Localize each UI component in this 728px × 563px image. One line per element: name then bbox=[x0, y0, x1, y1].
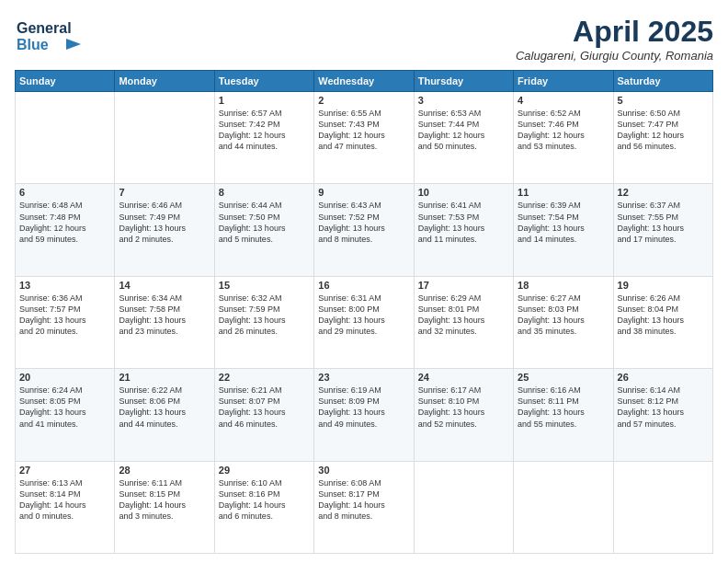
cell-content: Daylight: 12 hours bbox=[418, 130, 509, 141]
calendar-week-4: 20Sunrise: 6:24 AMSunset: 8:05 PMDayligh… bbox=[16, 369, 713, 461]
day-number: 3 bbox=[418, 95, 509, 106]
cell-content: Sunset: 7:44 PM bbox=[418, 119, 509, 130]
cell-content: Sunset: 8:01 PM bbox=[418, 304, 509, 315]
cell-content: Sunrise: 6:19 AM bbox=[318, 385, 409, 396]
cell-content: and 8 minutes. bbox=[318, 234, 409, 245]
day-number: 20 bbox=[19, 372, 110, 383]
calendar-cell: 19Sunrise: 6:26 AMSunset: 8:04 PMDayligh… bbox=[613, 276, 712, 368]
calendar-cell bbox=[115, 92, 214, 184]
cell-content: Daylight: 13 hours bbox=[119, 315, 210, 326]
day-number: 10 bbox=[418, 187, 509, 198]
cell-content: and 52 minutes. bbox=[418, 419, 509, 430]
cell-content: Daylight: 13 hours bbox=[518, 407, 609, 418]
cell-content: Sunrise: 6:17 AM bbox=[418, 385, 509, 396]
cell-content: Sunset: 8:10 PM bbox=[418, 396, 509, 407]
cell-content: Daylight: 12 hours bbox=[318, 130, 409, 141]
cell-content: and 26 minutes. bbox=[219, 326, 310, 337]
page: General Blue April 2025 Calugareni, Giur… bbox=[0, 0, 728, 563]
cell-content: Sunset: 8:11 PM bbox=[518, 396, 609, 407]
calendar-header-monday: Monday bbox=[115, 71, 214, 92]
calendar-week-2: 6Sunrise: 6:48 AMSunset: 7:48 PMDaylight… bbox=[16, 184, 713, 276]
calendar-cell: 27Sunrise: 6:13 AMSunset: 8:14 PMDayligh… bbox=[16, 461, 115, 553]
cell-content: Daylight: 13 hours bbox=[318, 407, 409, 418]
svg-marker-2 bbox=[66, 39, 81, 50]
calendar-week-5: 27Sunrise: 6:13 AMSunset: 8:14 PMDayligh… bbox=[16, 461, 713, 553]
cell-content: Sunset: 8:03 PM bbox=[518, 304, 609, 315]
cell-content: and 50 minutes. bbox=[418, 141, 509, 152]
cell-content: Sunset: 8:16 PM bbox=[219, 488, 310, 500]
cell-content: Sunrise: 6:41 AM bbox=[418, 200, 509, 211]
cell-content: and 23 minutes. bbox=[119, 326, 210, 337]
calendar-cell bbox=[16, 92, 115, 184]
cell-content: Sunset: 8:04 PM bbox=[618, 304, 709, 315]
calendar-cell: 12Sunrise: 6:37 AMSunset: 7:55 PMDayligh… bbox=[613, 184, 712, 276]
calendar-week-3: 13Sunrise: 6:36 AMSunset: 7:57 PMDayligh… bbox=[16, 276, 713, 368]
calendar-header-sunday: Sunday bbox=[16, 71, 115, 92]
day-number: 2 bbox=[318, 95, 409, 106]
cell-content: Daylight: 13 hours bbox=[318, 223, 409, 234]
calendar-cell: 20Sunrise: 6:24 AMSunset: 8:05 PMDayligh… bbox=[16, 369, 115, 461]
cell-content: Sunrise: 6:26 AM bbox=[618, 293, 709, 304]
calendar-cell: 14Sunrise: 6:34 AMSunset: 7:58 PMDayligh… bbox=[115, 276, 214, 368]
calendar-header-wednesday: Wednesday bbox=[314, 71, 414, 92]
cell-content: and 59 minutes. bbox=[19, 234, 110, 245]
calendar-cell: 8Sunrise: 6:44 AMSunset: 7:50 PMDaylight… bbox=[214, 184, 313, 276]
cell-content: and 41 minutes. bbox=[19, 419, 110, 430]
calendar-cell: 30Sunrise: 6:08 AMSunset: 8:17 PMDayligh… bbox=[314, 461, 414, 553]
cell-content: Sunset: 8:17 PM bbox=[318, 488, 409, 500]
cell-content: and 55 minutes. bbox=[518, 419, 609, 430]
cell-content: and 17 minutes. bbox=[618, 234, 709, 245]
logo: General Blue bbox=[15, 15, 97, 56]
cell-content: Daylight: 13 hours bbox=[618, 315, 709, 326]
calendar-cell: 2Sunrise: 6:55 AMSunset: 7:43 PMDaylight… bbox=[314, 92, 414, 184]
cell-content: Sunrise: 6:57 AM bbox=[219, 108, 310, 119]
cell-content: and 5 minutes. bbox=[219, 234, 310, 245]
cell-content: Sunrise: 6:29 AM bbox=[418, 293, 509, 304]
cell-content: Daylight: 13 hours bbox=[518, 223, 609, 234]
calendar-cell: 6Sunrise: 6:48 AMSunset: 7:48 PMDaylight… bbox=[16, 184, 115, 276]
svg-text:General: General bbox=[17, 20, 72, 36]
location: Calugareni, Giurgiu County, Romania bbox=[516, 49, 713, 63]
calendar-header-tuesday: Tuesday bbox=[214, 71, 313, 92]
cell-content: Sunrise: 6:11 AM bbox=[119, 477, 210, 488]
cell-content: Sunrise: 6:08 AM bbox=[318, 477, 409, 488]
cell-content: and 44 minutes. bbox=[119, 419, 210, 430]
cell-content: Sunrise: 6:44 AM bbox=[219, 200, 310, 211]
month-title: April 2025 bbox=[516, 15, 713, 49]
cell-content: Sunrise: 6:14 AM bbox=[618, 385, 709, 396]
cell-content: Daylight: 13 hours bbox=[518, 315, 609, 326]
calendar-cell: 29Sunrise: 6:10 AMSunset: 8:16 PMDayligh… bbox=[214, 461, 313, 553]
cell-content: Daylight: 13 hours bbox=[19, 315, 110, 326]
cell-content: Sunset: 8:14 PM bbox=[19, 488, 110, 500]
cell-content: Sunrise: 6:16 AM bbox=[518, 385, 609, 396]
cell-content: Sunrise: 6:53 AM bbox=[418, 108, 509, 119]
cell-content: Daylight: 13 hours bbox=[119, 223, 210, 234]
calendar-cell: 26Sunrise: 6:14 AMSunset: 8:12 PMDayligh… bbox=[613, 369, 712, 461]
day-number: 4 bbox=[518, 95, 609, 106]
calendar-cell: 1Sunrise: 6:57 AMSunset: 7:42 PMDaylight… bbox=[214, 92, 313, 184]
cell-content: Sunrise: 6:22 AM bbox=[119, 385, 210, 396]
calendar-cell: 24Sunrise: 6:17 AMSunset: 8:10 PMDayligh… bbox=[414, 369, 513, 461]
cell-content: Daylight: 13 hours bbox=[19, 407, 110, 418]
cell-content: Sunset: 7:50 PM bbox=[219, 212, 310, 223]
day-number: 26 bbox=[618, 372, 709, 383]
calendar-header-row: SundayMondayTuesdayWednesdayThursdayFrid… bbox=[16, 71, 713, 92]
cell-content: and 8 minutes. bbox=[318, 511, 409, 522]
calendar-cell: 18Sunrise: 6:27 AMSunset: 8:03 PMDayligh… bbox=[514, 276, 613, 368]
cell-content: Sunrise: 6:37 AM bbox=[618, 200, 709, 211]
cell-content: Sunset: 8:06 PM bbox=[119, 396, 210, 407]
cell-content: and 3 minutes. bbox=[119, 511, 210, 522]
cell-content: Daylight: 14 hours bbox=[318, 500, 409, 511]
cell-content: Sunrise: 6:24 AM bbox=[19, 385, 110, 396]
cell-content: Daylight: 14 hours bbox=[119, 500, 210, 511]
cell-content: Daylight: 12 hours bbox=[19, 223, 110, 234]
calendar-cell: 9Sunrise: 6:43 AMSunset: 7:52 PMDaylight… bbox=[314, 184, 414, 276]
cell-content: Sunrise: 6:52 AM bbox=[518, 108, 609, 119]
cell-content: Sunrise: 6:43 AM bbox=[318, 200, 409, 211]
cell-content: and 47 minutes. bbox=[318, 141, 409, 152]
day-number: 24 bbox=[418, 372, 509, 383]
cell-content: Sunset: 7:49 PM bbox=[119, 212, 210, 223]
cell-content: Sunrise: 6:48 AM bbox=[19, 200, 110, 211]
day-number: 16 bbox=[318, 280, 409, 291]
calendar-cell bbox=[613, 461, 712, 553]
